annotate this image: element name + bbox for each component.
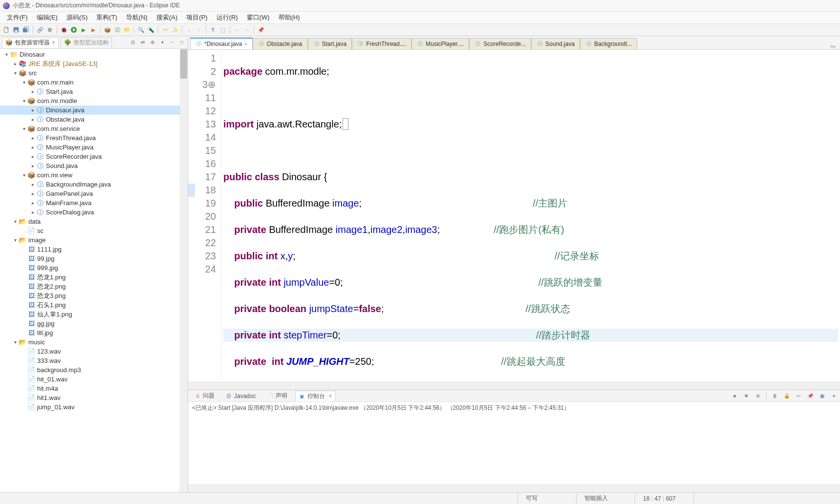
editor-tab[interactable]: ⒿFreshThread.... [352,38,411,49]
tree-node[interactable]: ▸ⒿGamePanel.java [0,189,188,198]
tree-scrollbar[interactable] [180,49,188,492]
tree-node[interactable]: 📄jump_01.wav [0,402,188,412]
tab-type-hierarchy[interactable]: 🌳 类型层次结构 [61,37,112,48]
pin-console-icon[interactable]: 📌 [807,393,814,399]
tree-node[interactable]: ▸ⒿDinosaur.java [0,105,188,115]
tree-node[interactable]: 🖼llll.jpg [0,328,188,337]
tab-declaration[interactable]: 📄声明 [264,391,290,401]
new-icon[interactable] [2,25,11,34]
menu-project[interactable]: 项目(P) [182,12,211,23]
tree-node[interactable]: 📄333.wav [0,356,188,365]
tree-node[interactable]: ▾📂image [0,235,188,245]
next-annotation-icon[interactable]: ↓ [185,25,194,34]
twisty-icon[interactable]: ▸ [29,117,36,122]
twisty-icon[interactable]: ▸ [29,191,36,196]
tab-problems[interactable]: ⚠问题 [191,391,217,401]
open-type-icon[interactable]: 🔍 [137,25,146,34]
tree-node[interactable]: 📄123.wav [0,347,188,356]
clear-console-icon[interactable]: 🗑 [772,393,778,399]
tree-node[interactable]: ▾📦com.mr.main [0,78,188,87]
tree-node[interactable]: 🖼恐龙2.png [0,282,188,291]
terminate-icon[interactable]: ■ [731,393,738,399]
debug-icon[interactable]: 🐞 [60,25,68,34]
new-class-icon[interactable]: Ⓒ [113,25,122,34]
menu-navigate[interactable]: 导航(N) [122,12,151,23]
tree-node[interactable]: ▾📦com.mr.modle [0,96,188,105]
twisty-icon[interactable]: ▾ [12,219,19,224]
twisty-icon[interactable]: ▾ [3,52,10,57]
tree-node[interactable]: ▾📦com.mr.view [0,170,188,180]
tab-javadoc[interactable]: @Javadoc [222,392,259,400]
menu-window[interactable]: 窗口(W) [243,12,274,23]
twisty-icon[interactable]: ▾ [21,126,27,131]
console-h-scrollbar[interactable] [188,484,840,492]
menu-help[interactable]: 帮助(H) [275,12,304,23]
scroll-lock-icon[interactable]: 🔒 [783,393,790,399]
tree-node[interactable]: 📄hit1.wav [0,393,188,402]
tree-node[interactable]: ▾📁Dinosaur [0,50,188,59]
display-console-icon[interactable]: ▣ [818,393,825,399]
open-console-icon[interactable]: ▾ [830,393,837,399]
tree-node[interactable]: 🖼恐龙1.png [0,273,188,282]
tree-node[interactable]: 📄sc [0,226,188,235]
menu-run[interactable]: 运行(R) [213,12,242,23]
twisty-icon[interactable]: ▾ [12,339,19,345]
save-all-icon[interactable] [22,25,30,34]
editor-h-scrollbar[interactable] [188,382,840,390]
twisty-icon[interactable]: ▸ [12,61,19,66]
tree-node[interactable]: ▾📦com.mr.service [0,124,188,133]
tree-node[interactable]: 📄backgroud.mp3 [0,365,188,375]
editor-tab[interactable]: ⒿMusicPlayer.... [411,38,469,49]
menu-search[interactable]: 搜索(A) [152,12,181,23]
link-editor-icon[interactable]: ⇄ [139,39,147,46]
build-icon[interactable]: ⚙ [45,25,54,34]
twisty-icon[interactable]: ▸ [29,107,36,113]
coverage-icon[interactable]: ▶ [79,25,88,34]
editor-tab[interactable]: ⒿScoreRecorde... [469,38,531,49]
twisty-icon[interactable]: ▾ [12,70,19,76]
word-wrap-icon[interactable]: ↩ [795,393,802,399]
tree-node[interactable]: ▾📂music [0,337,188,347]
maximize-icon[interactable]: □ [178,39,186,46]
remove-launch-icon[interactable]: ✖ [743,393,750,399]
block-select-icon[interactable]: ⬚ [218,25,227,34]
tree-node[interactable]: 🖼恐龙3.png [0,291,188,300]
new-folder-icon[interactable]: 📁 [123,25,131,34]
wand-icon[interactable]: ✨ [171,25,179,34]
twisty-icon[interactable]: ▾ [12,237,19,243]
tree-node[interactable]: ▸ⒿStart.java [0,87,188,96]
tree-node[interactable]: ▾📦src [0,68,188,78]
save-icon[interactable] [12,25,21,34]
toggle-breadcrumb-icon[interactable]: 🔗 [36,25,44,34]
twisty-icon[interactable]: ▸ [29,89,36,94]
show-whitespace-icon[interactable]: ¶ [209,25,217,34]
package-tree[interactable]: ▾📁Dinosaur▸📚JRE 系统库 [JavaSE-13]▾📦src▾📦co… [0,49,188,492]
new-package-icon[interactable]: 📦 [103,25,112,34]
twisty-icon[interactable]: ▾ [21,172,27,178]
collapse-all-icon[interactable]: ⊟ [129,39,137,46]
close-icon[interactable]: × [244,41,247,47]
tree-node[interactable]: ▸ⒿMainFrame.java [0,198,188,208]
run-icon[interactable] [69,25,78,34]
tree-node[interactable]: ▸📚JRE 系统库 [JavaSE-13] [0,59,188,68]
tab-console[interactable]: ▣控制台× [295,391,336,401]
console-output[interactable]: <已终止> Start [Java 应用程序] D:\Java\jdk-14.0… [188,401,840,484]
twisty-icon[interactable]: ▸ [29,145,36,150]
editor-tab[interactable]: ⒿSound.java [531,38,580,49]
tree-node[interactable]: 🖼999.jpg [0,263,188,273]
tree-node[interactable]: 🖼1111.jpg [0,245,188,254]
code-editor[interactable]: 123⊕1112131415161718192021222324 package… [188,50,840,382]
menu-file[interactable]: 文件(F) [3,12,32,23]
twisty-icon[interactable]: ▸ [29,163,36,168]
twisty-icon[interactable]: ▸ [29,154,36,159]
toggle-mark-icon[interactable]: ✏ [161,25,170,34]
tree-node[interactable]: ▸ⒿObstacle.java [0,115,188,124]
prev-annotation-icon[interactable]: ↑ [194,25,203,34]
tree-node[interactable]: ▸ⒿFreshThread.java [0,133,188,143]
twisty-icon[interactable]: ▸ [29,200,36,206]
close-icon[interactable]: × [329,393,332,399]
view-menu-icon[interactable]: ▾ [158,39,166,46]
tree-node[interactable]: ▾📂data [0,217,188,226]
menu-edit[interactable]: 编辑(E) [33,12,62,23]
search-icon[interactable]: 🔦 [147,25,155,34]
